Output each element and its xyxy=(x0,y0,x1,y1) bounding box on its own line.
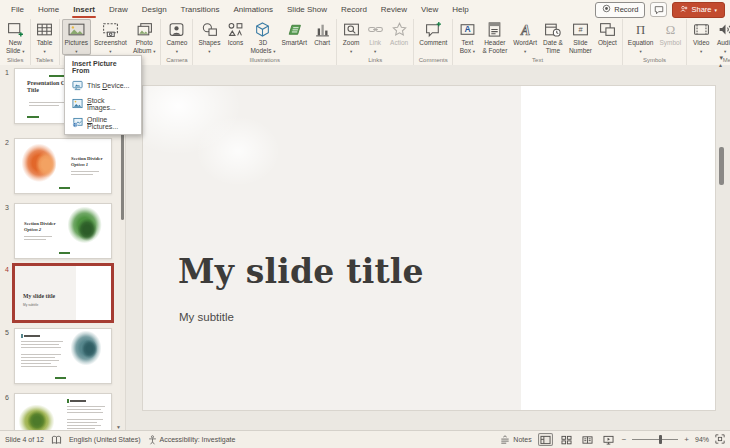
menu-item-stock-images[interactable]: Stock Images... xyxy=(65,94,141,113)
menu-bar: FileHomeInsertDrawDesignTransitionsAnima… xyxy=(0,0,730,19)
slide-thumbnail-4[interactable]: My slide title My subtitle xyxy=(14,265,112,321)
menu-tab-file[interactable]: File xyxy=(4,0,31,19)
menu-tab-review[interactable]: Review xyxy=(374,0,414,19)
comment-button[interactable]: Comment xyxy=(416,19,450,47)
menu-tab-slide-show[interactable]: Slide Show xyxy=(280,0,334,19)
cameo-label: Cameo xyxy=(166,39,187,47)
cameo-label: ▾ xyxy=(176,47,178,55)
zoom-in-button[interactable]: + xyxy=(684,436,689,444)
menu-tab-transitions[interactable]: Transitions xyxy=(174,0,227,19)
slide-thumbnail-6[interactable] xyxy=(14,393,112,431)
icons-button[interactable]: Icons xyxy=(223,19,247,47)
video-icon xyxy=(693,21,710,38)
menu-tab-help[interactable]: Help xyxy=(445,0,475,19)
comments-pane-button[interactable] xyxy=(650,2,667,17)
action-icon xyxy=(391,21,408,38)
canvas-scrollbar-thumb[interactable] xyxy=(719,147,724,185)
slide-thumbnail-2[interactable]: Section DividerOption 1 xyxy=(14,138,112,194)
text-box-button[interactable]: ATextBox ▾ xyxy=(455,19,479,55)
reading-view-button[interactable] xyxy=(580,433,595,446)
3d-models-icon xyxy=(254,21,271,38)
ribbon-group-comments: CommentComments xyxy=(414,19,453,65)
header-footer-button[interactable]: Header& Footer xyxy=(479,19,510,55)
wordart-button[interactable]: AWordArt▾ xyxy=(510,19,540,55)
spellcheck-book-icon xyxy=(51,435,62,445)
slide-sorter-icon xyxy=(561,435,572,445)
notes-button[interactable]: Notes xyxy=(500,435,531,444)
pictures-label: ▾ xyxy=(75,47,77,55)
zoom-out-button[interactable]: − xyxy=(622,436,627,444)
menu-tab-insert[interactable]: Insert xyxy=(66,0,102,19)
date-time-label: Time xyxy=(546,47,560,55)
slide-thumbnail-3[interactable]: Section DividerOption 2 xyxy=(14,203,112,259)
svg-text:Ω: Ω xyxy=(666,23,675,37)
screenshot-button[interactable]: Screenshot▾ xyxy=(91,19,130,55)
header-footer-label: & Footer xyxy=(482,47,507,55)
cameo-button[interactable]: Cameo▾ xyxy=(163,19,190,55)
new-slide-button[interactable]: NewSlide ▾ xyxy=(3,19,28,55)
ribbon-group-label: Camera xyxy=(163,56,190,65)
thumb-heading xyxy=(70,400,86,402)
shapes-label: Shapes xyxy=(198,39,220,47)
equation-label: ▾ xyxy=(640,47,642,55)
accessibility-label: Accessibility: Investigate xyxy=(160,436,236,443)
current-slide[interactable]: My slide title My subtitle xyxy=(142,85,716,411)
audio-label: Audio xyxy=(717,39,730,47)
share-button[interactable]: Share ▾ xyxy=(672,2,725,18)
record-button[interactable]: Record xyxy=(595,2,645,18)
pictures-button[interactable]: Pictures▾ xyxy=(62,19,91,55)
zoom-slider[interactable] xyxy=(632,435,678,444)
slideshow-view-button[interactable] xyxy=(601,433,616,446)
slide-number-button[interactable]: #SlideNumber xyxy=(566,19,595,55)
thumb-footer-mark xyxy=(59,187,70,189)
normal-view-button[interactable] xyxy=(538,433,553,446)
fit-to-window-icon xyxy=(715,434,725,444)
chart-label: Chart xyxy=(314,39,330,47)
slide-canvas: My slide title My subtitle ▲ xyxy=(125,65,730,431)
audio-icon xyxy=(717,21,730,38)
chevron-down-icon: ▾ xyxy=(714,7,717,13)
photo-album-button[interactable]: PhotoAlbum ▾ xyxy=(130,19,159,55)
ribbon-group-text: ATextBox ▾Header& FooterAWordArt▾Date &T… xyxy=(453,19,622,65)
menu-item-online-pictures[interactable]: Online Pictures... xyxy=(65,113,141,132)
audio-button[interactable]: Audio▾ xyxy=(713,19,730,55)
fit-to-window-button[interactable] xyxy=(715,434,725,445)
canvas-scrollbar[interactable]: ▲ xyxy=(719,65,724,431)
share-button-label: Share xyxy=(691,5,711,14)
status-bar: Slide 4 of 12 English (United States) Ac… xyxy=(0,430,730,448)
zoom-slider-knob[interactable] xyxy=(659,435,662,444)
date-time-icon xyxy=(544,21,561,38)
menu-tab-animations[interactable]: Animations xyxy=(226,0,280,19)
symbol-icon: Ω xyxy=(662,21,679,38)
menu-tab-design[interactable]: Design xyxy=(135,0,174,19)
equation-button[interactable]: ΠEquation▾ xyxy=(625,19,657,55)
3d-models-button[interactable]: 3DModels ▾ xyxy=(247,19,278,55)
zoom-button[interactable]: Zoom▾ xyxy=(339,19,363,55)
menu-tab-home[interactable]: Home xyxy=(31,0,66,19)
slide-sorter-view-button[interactable] xyxy=(559,433,574,446)
zoom-label: ▾ xyxy=(350,47,352,55)
object-button[interactable]: Object xyxy=(595,19,620,47)
slide-title-text[interactable]: My slide title xyxy=(178,252,424,291)
zoom-level[interactable]: 94% xyxy=(695,436,709,443)
slide-subtitle-text[interactable]: My subtitle xyxy=(179,311,234,323)
chart-button[interactable]: Chart xyxy=(310,19,334,47)
video-button[interactable]: Video▾ xyxy=(689,19,713,55)
smartart-button[interactable]: SmartArt xyxy=(278,19,310,47)
menu-tab-view[interactable]: View xyxy=(414,0,445,19)
scroll-up-icon[interactable]: ▲ xyxy=(718,62,723,68)
date-time-button[interactable]: Date &Time xyxy=(540,19,566,55)
reading-view-icon xyxy=(582,435,593,445)
menu-tab-record[interactable]: Record xyxy=(334,0,374,19)
menu-item-this-device[interactable]: This Device... xyxy=(65,77,141,94)
collapse-ribbon-icon[interactable]: ▾ xyxy=(719,54,723,62)
menu-tab-draw[interactable]: Draw xyxy=(102,0,135,19)
language-button[interactable]: English (United States) xyxy=(69,436,141,443)
proofing-button[interactable] xyxy=(51,435,62,445)
ribbon-group-tables: Table▾Tables xyxy=(31,19,60,65)
slide-thumbnail-5[interactable] xyxy=(14,328,112,384)
table-button[interactable]: Table▾ xyxy=(33,19,57,55)
header-footer-icon xyxy=(486,21,503,38)
accessibility-button[interactable]: Accessibility: Investigate xyxy=(148,435,236,445)
shapes-button[interactable]: Shapes▾ xyxy=(195,19,223,55)
